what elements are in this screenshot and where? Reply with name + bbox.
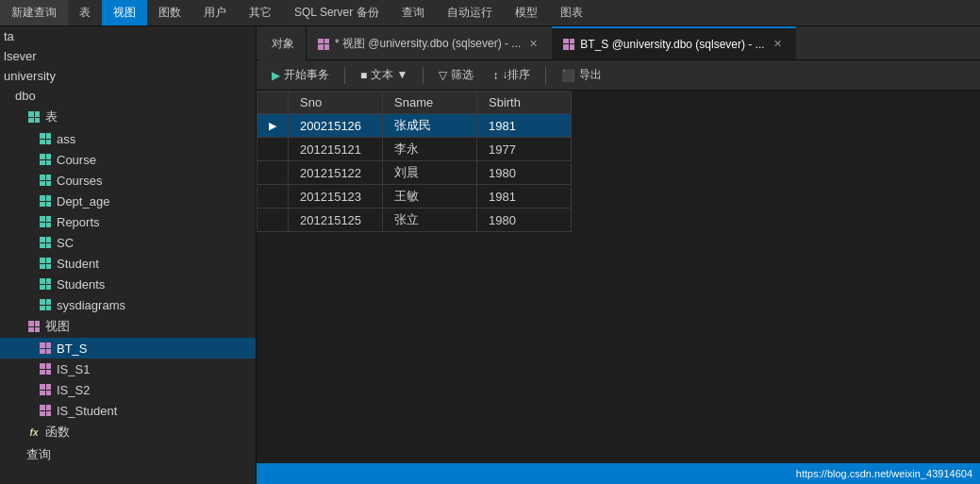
cell-sname[interactable]: 刘晨 <box>383 161 477 185</box>
nav-user[interactable]: 用户 <box>192 0 238 25</box>
nav-other[interactable]: 其它 <box>238 0 283 25</box>
nav-sqlserver-backup[interactable]: SQL Server 备份 <box>283 0 390 25</box>
start-transaction-icon: ▶ <box>272 69 280 82</box>
export-icon: ⬛ <box>561 69 575 82</box>
sidebar-item-ass[interactable]: ass <box>0 128 256 149</box>
sidebar-item-functions-folder[interactable]: fx 函数 <box>0 421 256 443</box>
tab-label-view1: * 视图 @university.dbo (sqlsever) - ... <box>335 36 521 52</box>
sidebar-label-courses: Courses <box>57 174 102 188</box>
nav-chart[interactable]: 图表 <box>549 0 594 25</box>
table-row[interactable]: 201215122刘晨1980 <box>257 161 572 185</box>
table-row[interactable]: 201215123王敏1981 <box>257 185 572 209</box>
sidebar-item-dbo[interactable]: dbo <box>0 86 256 106</box>
cell-sno[interactable]: 201215123 <box>289 185 383 209</box>
col-header-sbirth[interactable]: Sbirth <box>477 92 572 114</box>
sidebar-label-is-s1: IS_S1 <box>57 362 90 376</box>
cell-sname[interactable]: 张成民 <box>383 114 477 138</box>
tab-object[interactable]: 对象 <box>260 26 307 60</box>
cell-sbirth[interactable]: 1980 <box>477 209 572 232</box>
tab-close-bts[interactable]: ✕ <box>771 37 785 51</box>
table-icon-dept-age <box>38 193 53 209</box>
tab-bts[interactable]: BT_S @university.dbo (sqlsever) - ... ✕ <box>552 26 795 59</box>
nav-autorun[interactable]: 自动运行 <box>436 0 504 25</box>
sidebar-item-student[interactable]: Student <box>0 253 256 274</box>
sidebar-item-queries-folder[interactable]: 查询 <box>0 443 256 466</box>
top-nav-bar: 新建查询 表 视图 图数 用户 其它 SQL Server 备份 查询 自动运行… <box>0 0 980 26</box>
nav-graph[interactable]: 图数 <box>147 0 192 25</box>
sidebar-item-views-folder[interactable]: 视图 <box>0 315 256 338</box>
sidebar-label-functions: 函数 <box>45 424 70 441</box>
toolbar-separator-1 <box>344 67 345 84</box>
toolbar-filter[interactable]: ▽ 筛选 <box>431 64 481 86</box>
sidebar-label-ass: ass <box>57 132 75 146</box>
nav-new-query[interactable]: 新建查询 <box>0 0 68 25</box>
table-row[interactable]: 201215121李永1977 <box>257 138 572 161</box>
sidebar-item-students[interactable]: Students <box>0 274 256 294</box>
sidebar-label-ta: ta <box>4 29 14 43</box>
sidebar-label-course: Course <box>57 153 96 167</box>
table-row[interactable]: 201215125张立1980 <box>257 209 572 232</box>
cell-sbirth[interactable]: 1981 <box>477 185 572 209</box>
toolbar: ▶ 开始事务 ■ 文本 ▼ ▽ 筛选 ↕ ↓排序 ⬛ 导出 <box>257 60 980 91</box>
table-icon-ass <box>38 131 53 146</box>
toolbar-label-start-transaction: 开始事务 <box>284 67 329 83</box>
nav-query[interactable]: 查询 <box>390 0 436 25</box>
sidebar-item-reports[interactable]: Reports <box>0 211 256 232</box>
toolbar-label-sort: ↓排序 <box>502 67 530 83</box>
cell-sname[interactable]: 张立 <box>383 209 477 232</box>
tab-close-view1[interactable]: ✕ <box>526 37 540 51</box>
table-icon-students <box>38 276 53 292</box>
nav-model[interactable]: 模型 <box>504 0 549 25</box>
sidebar-label-bts: BT_S <box>57 342 88 356</box>
toolbar-export[interactable]: ⬛ 导出 <box>554 64 609 86</box>
sidebar-item-bts[interactable]: BT_S <box>0 338 256 359</box>
sidebar-label-reports: Reports <box>57 215 100 229</box>
sidebar-label-sysdiagrams: sysdiagrams <box>57 298 125 312</box>
row-indicator <box>257 209 289 232</box>
cell-sname[interactable]: 王敏 <box>383 185 477 209</box>
view-icon-is-student <box>38 403 53 418</box>
toolbar-label-export: 导出 <box>579 67 602 83</box>
sidebar-item-sysdiagrams[interactable]: sysdiagrams <box>0 294 256 315</box>
sidebar-item-is-s1[interactable]: IS_S1 <box>0 359 256 379</box>
sidebar-label-students: Students <box>57 277 105 292</box>
cell-sno[interactable]: 200215126 <box>289 114 383 138</box>
cell-sbirth[interactable]: 1977 <box>477 138 572 161</box>
cell-sno[interactable]: 201215121 <box>289 138 383 161</box>
cell-sno[interactable]: 201215125 <box>289 209 383 232</box>
nav-view[interactable]: 视图 <box>102 0 147 25</box>
sort-icon: ↕ <box>492 69 498 82</box>
col-header-sname[interactable]: Sname <box>383 92 477 114</box>
cell-sname[interactable]: 李永 <box>383 138 477 161</box>
row-indicator <box>257 185 289 209</box>
cell-sbirth[interactable]: 1980 <box>477 161 572 185</box>
toolbar-start-transaction[interactable]: ▶ 开始事务 <box>264 64 337 86</box>
sidebar-item-ta[interactable]: ta <box>0 26 256 46</box>
sidebar-item-is-student[interactable]: IS_Student <box>0 400 256 421</box>
toolbar-text[interactable]: ■ 文本 ▼ <box>353 64 415 86</box>
cell-sbirth[interactable]: 1981 <box>477 114 572 138</box>
sidebar-label-student: Student <box>57 257 99 271</box>
tab-view-university[interactable]: * 视图 @university.dbo (sqlsever) - ... ✕ <box>307 26 552 59</box>
table-icon-student <box>38 256 53 271</box>
sidebar-item-is-s2[interactable]: IS_S2 <box>0 379 256 400</box>
col-header-sno[interactable]: Sno <box>289 92 383 114</box>
toolbar-sort[interactable]: ↕ ↓排序 <box>485 64 538 86</box>
view-icon-is-s2 <box>38 382 53 397</box>
cell-sno[interactable]: 201215122 <box>289 161 383 185</box>
col-header-indicator <box>257 92 289 114</box>
row-indicator <box>257 161 289 185</box>
sidebar-item-course[interactable]: Course <box>0 149 256 170</box>
sidebar-item-sc[interactable]: SC <box>0 232 256 253</box>
sidebar-item-courses[interactable]: Courses <box>0 170 256 191</box>
sidebar-item-lsever[interactable]: lsever <box>0 46 256 66</box>
data-grid-container: Sno Sname Sbirth ▶200215126张成民1981201215… <box>257 91 980 463</box>
nav-table[interactable]: 表 <box>68 0 102 25</box>
sidebar-item-university[interactable]: university <box>0 66 256 86</box>
sidebar-item-dept-age[interactable]: Dept_age <box>0 191 256 211</box>
sidebar-item-tables-folder[interactable]: 表 <box>0 106 256 128</box>
table-icon-reports <box>38 214 53 229</box>
table-row[interactable]: ▶200215126张成民1981 <box>257 114 572 138</box>
tab-label-bts: BT_S @university.dbo (sqlsever) - ... <box>580 38 764 51</box>
grid-purple-icon <box>26 319 42 334</box>
